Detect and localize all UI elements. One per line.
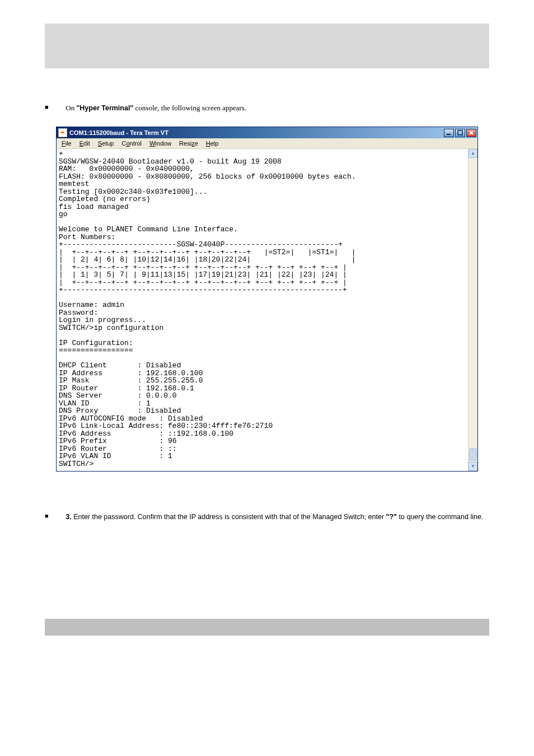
window-title: COM1:115200baud - Tera Term VT [69,128,443,138]
terminal-window: COM1:115200baud - Tera Term VT File Edit… [56,127,478,472]
step-3-bullet: ■ 3. Enter the password. Confirm that th… [45,511,489,523]
menu-window[interactable]: Window [146,138,175,150]
bullet-marker: ■ [45,511,64,521]
svg-rect-1 [458,130,462,135]
scroll-track[interactable] [469,158,477,462]
terminal-output[interactable]: + SGSW/WGSW-24040 Bootloader v1.0 - buil… [57,149,477,471]
menu-edit[interactable]: Edit [76,138,94,150]
scroll-thumb[interactable] [469,449,477,461]
header-placeholder [45,24,489,68]
step-3-text: 3. Enter the password. Confirm that the … [65,513,483,521]
menu-help[interactable]: Help [202,138,223,150]
maximize-button[interactable] [455,129,465,137]
step-2-bullet: ■ On "Hyper Terminal" console, the follo… [45,102,489,114]
bullet-marker: ■ [45,102,64,113]
minimize-button[interactable] [444,129,454,137]
terminal-client-area: + SGSW/WGSW-24040 Bootloader v1.0 - buil… [57,149,477,471]
footer-placeholder [45,619,489,636]
menu-setup[interactable]: Setup [94,138,118,150]
scroll-down-arrow[interactable]: ▼ [469,462,477,471]
svg-rect-0 [447,134,451,135]
menu-control[interactable]: Control [118,138,145,150]
window-titlebar: COM1:115200baud - Tera Term VT [57,127,477,138]
menu-bar: File Edit Setup Control Window Resize He… [57,138,477,149]
step-2-text: On "Hyper Terminal" console, the followi… [65,104,246,112]
menu-file[interactable]: File [58,138,76,150]
menu-resize[interactable]: Resize [175,138,202,150]
vertical-scrollbar[interactable]: ▲ ▼ [468,149,477,471]
scroll-up-arrow[interactable]: ▲ [469,149,477,158]
app-icon [58,128,67,137]
close-button[interactable] [466,129,476,137]
